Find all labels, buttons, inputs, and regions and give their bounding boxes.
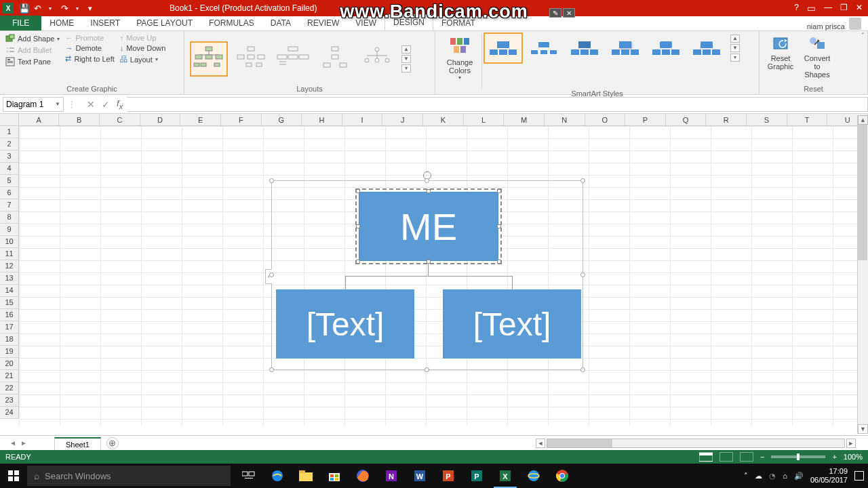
shape-handle[interactable] [497, 260, 501, 264]
view-page-break-icon[interactable] [740, 452, 753, 462]
row-header[interactable]: 11 [0, 248, 19, 260]
name-box-dropdown-icon[interactable]: ▼ [55, 101, 60, 107]
column-header[interactable]: N [545, 114, 585, 125]
row-header[interactable]: 19 [0, 346, 19, 358]
column-header[interactable]: M [504, 114, 545, 125]
zoom-level[interactable]: 100% [844, 453, 863, 461]
row-header[interactable]: 10 [0, 236, 19, 248]
shape-handle[interactable] [427, 260, 431, 264]
resize-handle-se[interactable] [580, 367, 585, 372]
zoom-out-icon[interactable]: − [760, 453, 764, 461]
scroll-right-icon[interactable]: ► [846, 439, 856, 448]
style-option-4[interactable] [607, 34, 644, 62]
column-header[interactable]: O [585, 114, 626, 125]
column-header[interactable]: F [221, 114, 262, 125]
text-pane-button[interactable]: Text Pane [5, 57, 60, 66]
row-header[interactable]: 22 [0, 382, 19, 394]
more-icon[interactable]: ▾ [401, 64, 411, 73]
row-header[interactable]: 9 [0, 224, 19, 236]
taskbar-explorer-icon[interactable] [292, 464, 320, 488]
column-header[interactable]: T [787, 114, 828, 125]
column-header[interactable]: C [100, 114, 140, 125]
row-header[interactable]: 2 [0, 138, 19, 150]
taskbar-search[interactable]: ⌕ Search Windows [27, 466, 231, 486]
tray-notifications-icon[interactable] [854, 471, 864, 481]
undo-icon[interactable]: ↶ [34, 3, 43, 13]
vscroll-thumb[interactable] [858, 125, 867, 260]
system-tray[interactable]: ˄ ☁ ◔ ⌂ 🔊 17:09 06/05/2017 [744, 467, 864, 485]
excel-app-icon[interactable]: X [3, 3, 14, 14]
column-header[interactable]: P [625, 114, 666, 125]
shape-handle[interactable] [356, 224, 360, 228]
enter-icon[interactable]: ✓ [102, 99, 110, 110]
redo-icon[interactable]: ↷ [61, 3, 71, 13]
tab-page-layout[interactable]: PAGE LAYOUT [128, 16, 201, 30]
resize-handle-e[interactable] [580, 272, 585, 277]
tray-chevron-icon[interactable]: ˄ [744, 472, 748, 481]
add-shape-button[interactable]: Add Shape ▾ [5, 34, 60, 43]
ribbon-options-icon[interactable]: ▭ [807, 3, 816, 14]
row-header[interactable]: 7 [0, 199, 19, 211]
column-header[interactable]: B [59, 114, 100, 125]
smartart-node-left[interactable]: [Text] [276, 289, 414, 359]
shape-handle[interactable] [497, 224, 501, 228]
column-header[interactable]: A [19, 114, 60, 125]
more-icon[interactable]: ▾ [730, 54, 740, 62]
minimize-icon[interactable]: — [824, 3, 832, 14]
column-header[interactable]: K [423, 114, 464, 125]
column-header[interactable]: E [180, 114, 221, 125]
layout-option-3[interactable] [274, 41, 312, 77]
row-header[interactable]: 14 [0, 285, 19, 297]
zoom-slider[interactable] [771, 455, 825, 458]
row-header[interactable]: 15 [0, 297, 19, 309]
tray-onedrive-icon[interactable]: ☁ [755, 472, 762, 481]
formula-input[interactable] [127, 97, 868, 112]
tab-home[interactable]: HOME [41, 16, 82, 30]
row-header[interactable]: 13 [0, 272, 19, 285]
layout-option-1[interactable] [190, 41, 228, 77]
row-header[interactable]: 16 [0, 309, 19, 321]
tray-network-icon[interactable]: ⌂ [783, 472, 787, 480]
scroll-down-icon[interactable]: ▼ [858, 424, 868, 434]
styles-gallery-scroll[interactable]: ▲▼▾ [730, 35, 740, 62]
row-header[interactable]: 24 [0, 407, 19, 419]
row-header[interactable]: 4 [0, 163, 19, 175]
resize-handle-nw[interactable] [269, 178, 274, 183]
resize-handle-n[interactable] [425, 178, 429, 183]
view-page-layout-icon[interactable] [719, 452, 733, 462]
shape-handle[interactable] [497, 189, 501, 193]
layout-button[interactable]: 品Layout▾ [120, 54, 166, 64]
resize-handle-s[interactable] [425, 367, 429, 372]
tab-file[interactable]: FILE [0, 16, 41, 30]
taskbar-word-icon[interactable]: W [406, 464, 434, 488]
taskbar-ie2-icon[interactable] [519, 464, 548, 488]
taskbar-onenote-icon[interactable]: N [377, 464, 406, 488]
select-all-corner[interactable] [0, 114, 19, 125]
smartart-object[interactable]: ‹ ME [Text] [Text] [271, 180, 583, 370]
move-down-button[interactable]: ↓Move Down [120, 44, 166, 52]
taskbar-publisher-icon[interactable]: P [462, 464, 491, 488]
convert-shapes-button[interactable]: Convert to Shapes [802, 34, 833, 79]
help-icon[interactable]: ? [794, 3, 799, 14]
collapse-ribbon-icon[interactable]: ˆ [862, 33, 864, 40]
row-header[interactable]: 20 [0, 358, 19, 370]
demote-button[interactable]: →Demote [65, 44, 114, 52]
taskbar-firefox-icon[interactable] [349, 464, 377, 488]
taskbar-powerpoint-icon[interactable]: P [434, 464, 462, 488]
resize-handle-w[interactable] [269, 272, 274, 277]
taskbar-chrome-icon[interactable] [548, 464, 576, 488]
layout-option-5[interactable] [358, 41, 396, 77]
row-header[interactable]: 8 [0, 211, 19, 224]
layouts-gallery-scroll[interactable]: ▲▼▾ [401, 45, 411, 73]
style-option-2[interactable] [526, 34, 562, 62]
task-view-icon[interactable] [235, 464, 263, 488]
reset-graphic-button[interactable]: Reset Graphic [765, 34, 796, 70]
style-option-3[interactable] [566, 34, 603, 62]
shape-handle[interactable] [356, 260, 360, 264]
row-header[interactable]: 12 [0, 260, 19, 272]
column-header[interactable]: S [747, 114, 787, 125]
column-header[interactable]: D [140, 114, 181, 125]
tray-volume-icon[interactable]: 🔊 [794, 472, 804, 481]
taskbar-excel-icon[interactable]: X [491, 464, 519, 488]
save-icon[interactable]: 💾 [19, 3, 28, 13]
